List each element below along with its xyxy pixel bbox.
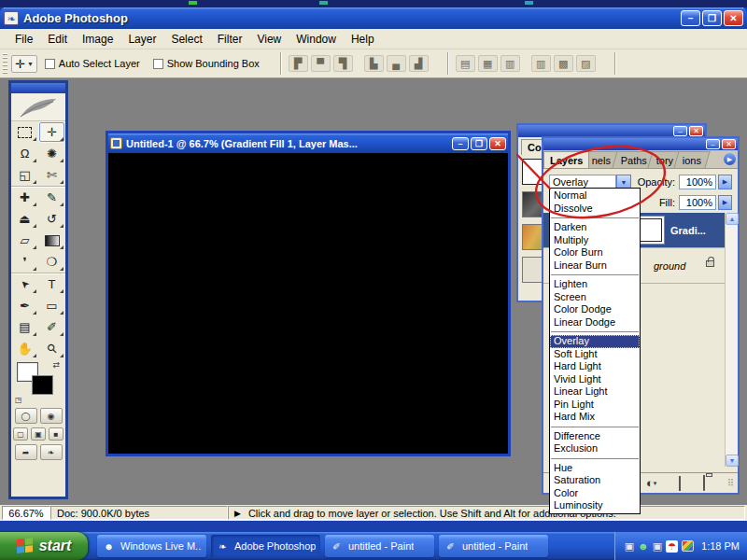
notes-tool[interactable]: ▤ — [11, 316, 38, 338]
menu-image[interactable]: Image — [75, 30, 120, 49]
align-button[interactable]: ▀ — [311, 55, 331, 72]
opacity-field[interactable]: 100% — [679, 175, 716, 189]
quick-mask-mode-button[interactable]: ◉ — [40, 408, 63, 424]
palette-menu-button[interactable]: ▶ — [724, 153, 736, 165]
doc-maximize-button[interactable]: ❐ — [471, 137, 487, 150]
show-bounding-box-checkbox[interactable]: Show Bounding Box — [153, 58, 260, 69]
doc-size-field[interactable]: Doc: 900.0K/0 bytes — [50, 506, 228, 520]
blend-option-saturation[interactable]: Saturation — [550, 474, 640, 487]
checkbox-box[interactable] — [45, 59, 55, 69]
taskbar-button-adobe-photoshop[interactable]: ❧Adobe Photoshop — [211, 535, 320, 557]
blend-option-normal[interactable]: Normal — [550, 189, 640, 203]
network2-icon[interactable]: ▣ — [653, 540, 662, 553]
jump-to-imageready-button[interactable]: ➦ — [15, 444, 37, 460]
blend-option-exclusion[interactable]: Exclusion — [550, 442, 640, 455]
antivirus-icon[interactable]: ☂ — [666, 540, 678, 553]
blend-option-luminosity[interactable]: Luminosity — [550, 499, 640, 512]
eraser-tool[interactable]: ▱ — [11, 230, 38, 251]
slice-tool[interactable]: ✄ — [38, 164, 65, 186]
blend-option-multiply[interactable]: Multiply — [550, 234, 640, 247]
scroll-down-icon[interactable]: ▼ — [726, 455, 739, 467]
title-bar[interactable]: ❧ Adobe Photoshop – ❐ ✕ — [0, 7, 747, 29]
blend-option-lighten[interactable]: Lighten — [550, 278, 640, 291]
fill-field[interactable]: 100% — [679, 195, 716, 210]
magic-wand-tool[interactable]: ✺ — [38, 143, 65, 164]
distribute-button[interactable]: ▥ — [531, 55, 551, 72]
align-button[interactable]: ▜ — [333, 55, 353, 72]
move-tool-preset[interactable]: ✛ ▼ — [11, 55, 37, 73]
crop-tool[interactable]: ◱ — [11, 164, 38, 186]
palette-minimize-button[interactable]: – — [706, 139, 720, 149]
taskbar-button-windows-live-m-[interactable]: ☻Windows Live M... — [97, 535, 206, 557]
fullscreen-button[interactable]: ■ — [49, 427, 63, 441]
blend-option-hue[interactable]: Hue — [550, 462, 640, 475]
blend-option-screen[interactable]: Screen — [550, 291, 640, 304]
zoom-tool[interactable]: ⚲ — [38, 338, 65, 359]
menu-file[interactable]: File — [7, 30, 40, 49]
blend-option-color-dodge[interactable]: Color Dodge — [550, 303, 640, 316]
resize-grip[interactable]: ⠿ — [727, 478, 735, 488]
fill-slider-arrow-icon[interactable]: ▶ — [718, 195, 732, 210]
eyedropper-tool[interactable]: ✐ — [38, 316, 65, 338]
toolbox-title-bar[interactable] — [11, 83, 65, 93]
delete-layer-button[interactable] — [703, 477, 705, 490]
start-button[interactable]: start — [0, 532, 88, 560]
layers-palette-title-bar[interactable]: – ✕ — [543, 138, 738, 150]
align-button[interactable]: ▙ — [364, 55, 384, 72]
fullscreen-menu-button[interactable]: ▣ — [31, 427, 46, 441]
tab-ions[interactable]: ions — [674, 151, 711, 168]
blend-option-hard-mix[interactable]: Hard Mix — [550, 411, 640, 424]
dodge-tool[interactable]: ❍ — [38, 251, 65, 273]
type-tool[interactable]: T — [38, 273, 65, 295]
distribute-button[interactable]: ▩ — [554, 55, 573, 72]
standard-mode-button[interactable]: ◯ — [15, 408, 37, 424]
blend-option-hard-light[interactable]: Hard Light — [550, 360, 640, 373]
distribute-button[interactable]: ▦ — [478, 55, 498, 72]
palette-close-button[interactable]: ✕ — [722, 139, 736, 149]
options-bar-grip[interactable] — [3, 53, 7, 74]
pen-tool[interactable]: ✒ — [11, 295, 38, 316]
distribute-button[interactable]: ▤ — [456, 55, 475, 72]
default-colors-icon[interactable]: ◳ — [15, 396, 22, 404]
blend-option-color-burn[interactable]: Color Burn — [550, 246, 640, 259]
healing-brush-tool[interactable]: ✚ — [11, 187, 38, 208]
adjustment-layer-button[interactable]: ◐▾ — [646, 476, 656, 490]
blend-option-color[interactable]: Color — [550, 487, 640, 500]
blend-option-linear-burn[interactable]: Linear Burn — [550, 259, 640, 273]
gradient-tool[interactable] — [38, 230, 65, 251]
blend-option-dissolve[interactable]: Dissolve — [550, 203, 640, 216]
close-button[interactable]: ✕ — [724, 10, 743, 26]
menu-layer[interactable]: Layer — [120, 30, 163, 49]
layers-scrollbar[interactable]: ▲ ▼ — [725, 213, 738, 467]
distribute-button[interactable]: ▨ — [576, 55, 596, 72]
menu-select[interactable]: Select — [163, 30, 209, 49]
doc-close-button[interactable]: ✕ — [489, 137, 506, 150]
doc-minimize-button[interactable]: – — [452, 137, 469, 150]
path-selection-tool[interactable]: ➤ — [11, 273, 38, 295]
blur-tool[interactable]: ❜ — [11, 251, 38, 273]
menu-filter[interactable]: Filter — [210, 30, 250, 49]
swap-colors-icon[interactable]: ⇄ — [52, 360, 60, 370]
hand-tool[interactable]: ✋ — [11, 338, 38, 359]
distribute-button[interactable]: ▥ — [500, 55, 520, 72]
display-settings-icon[interactable] — [682, 540, 694, 552]
taskbar-button-untitled-paint[interactable]: ✐untitled - Paint — [325, 535, 434, 557]
network-icon[interactable]: ▣ — [625, 540, 634, 553]
menu-view[interactable]: View — [249, 30, 289, 49]
minimize-button[interactable]: – — [681, 10, 700, 26]
move-tool[interactable]: ✛ — [38, 121, 65, 143]
align-button[interactable]: ▄ — [387, 55, 406, 72]
zoom-level-field[interactable]: 66.67% — [2, 506, 50, 520]
clone-stamp-tool[interactable]: ⏏ — [11, 208, 38, 230]
imageready-icon[interactable]: ❧ — [40, 444, 63, 460]
checkbox-box[interactable] — [153, 59, 163, 69]
standard-screen-button[interactable]: ▢ — [13, 427, 28, 441]
background-color-swatch[interactable] — [32, 375, 53, 395]
taskbar-button-untitled-paint[interactable]: ✐untitled - Paint — [439, 535, 548, 557]
menu-help[interactable]: Help — [344, 30, 382, 49]
layer-thumbnail[interactable] — [637, 218, 662, 242]
blend-option-vivid-light[interactable]: Vivid Light — [550, 373, 640, 386]
new-layer-button[interactable] — [679, 477, 681, 490]
auto-select-layer-checkbox[interactable]: Auto Select Layer — [45, 58, 140, 69]
history-brush-tool[interactable]: ↺ — [38, 208, 65, 230]
